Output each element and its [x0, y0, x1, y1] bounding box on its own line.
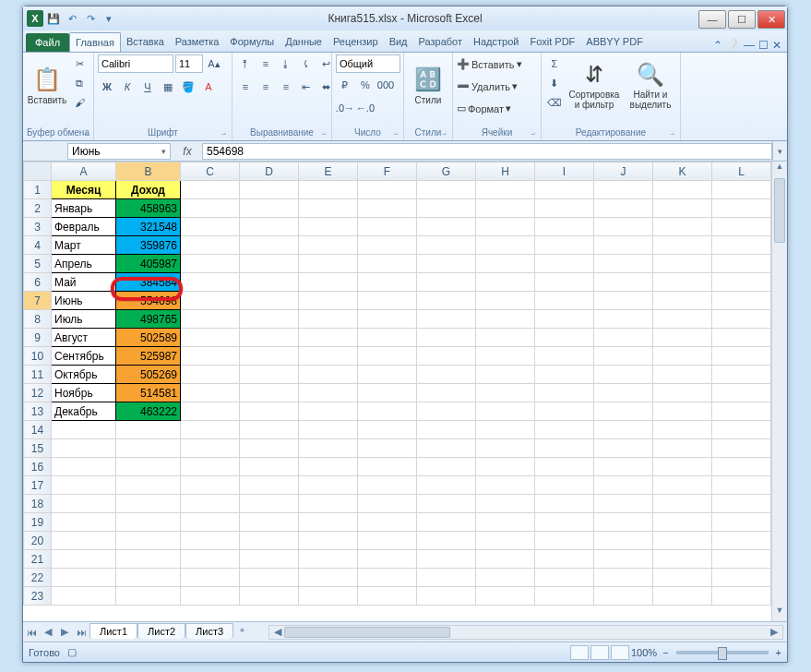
align-center-icon[interactable]: ≡ — [256, 78, 275, 96]
zoom-level[interactable]: 100% — [631, 647, 657, 658]
row-header-2[interactable]: 2 — [24, 199, 52, 218]
align-bottom-icon[interactable]: ⭳ — [277, 54, 295, 73]
row-header-8[interactable]: 8 — [24, 310, 52, 329]
doc-restore-icon[interactable]: ☐ — [758, 39, 769, 52]
cell-A7[interactable]: Июнь — [52, 292, 116, 310]
copy-icon[interactable]: ⧉ — [70, 74, 89, 92]
delete-cells-button[interactable]: ➖Удалить ▾ — [457, 77, 537, 96]
select-all-cell[interactable] — [24, 162, 52, 181]
row-header-22[interactable]: 22 — [24, 569, 52, 587]
cell-A12[interactable]: Ноябрь — [52, 384, 116, 402]
col-header-I[interactable]: I — [535, 162, 594, 181]
cell-B10[interactable]: 525987 — [116, 347, 181, 366]
row-header-17[interactable]: 17 — [24, 476, 52, 495]
col-header-K[interactable]: K — [653, 162, 712, 181]
orientation-icon[interactable]: ⤹ — [297, 54, 316, 73]
italic-icon[interactable]: К — [118, 78, 137, 96]
ribbon-tab-abbyy pdf[interactable]: ABBYY PDF — [580, 32, 649, 52]
row-header-5[interactable]: 5 — [24, 255, 52, 273]
sheet-tab-Лист1[interactable]: Лист1 — [89, 623, 137, 639]
worksheet-area[interactable]: ABCDEFGHIJKL1МесяцДоход2Январь4589633Фев… — [23, 162, 787, 621]
cell-A6[interactable]: Май — [52, 273, 116, 292]
styles-button[interactable]: 🔠Стили — [408, 54, 448, 115]
col-header-L[interactable]: L — [712, 162, 771, 181]
cell-B11[interactable]: 505269 — [116, 366, 181, 384]
ribbon-tab-вид[interactable]: Вид — [384, 32, 413, 52]
cell-B4[interactable]: 359876 — [116, 236, 181, 255]
col-header-J[interactable]: J — [594, 162, 653, 181]
hscroll-thumb[interactable] — [284, 627, 450, 638]
ribbon-tab-рецензир[interactable]: Рецензир — [328, 32, 384, 52]
font-size-select[interactable] — [175, 54, 203, 73]
cell-B9[interactable]: 502589 — [116, 329, 181, 347]
col-header-E[interactable]: E — [299, 162, 358, 181]
paste-button[interactable]: 📋Вставить — [27, 54, 67, 115]
cell-B3[interactable]: 321548 — [116, 218, 181, 236]
vscroll-thumb[interactable] — [774, 178, 785, 243]
doc-minimize-icon[interactable]: — — [744, 39, 755, 52]
format-cells-button[interactable]: ▭Формат ▾ — [457, 99, 537, 118]
cell-B2[interactable]: 458963 — [116, 199, 181, 218]
qat-more-icon[interactable]: ▾ — [101, 10, 117, 27]
page-layout-view-icon[interactable] — [590, 645, 609, 660]
page-break-view-icon[interactable] — [611, 645, 629, 660]
format-painter-icon[interactable]: 🖌 — [70, 93, 89, 112]
ribbon-tab-разработ[interactable]: Разработ — [413, 32, 468, 52]
cell-B8[interactable]: 498765 — [116, 310, 181, 329]
col-header-C[interactable]: C — [181, 162, 240, 181]
ribbon-tab-главная[interactable]: Главная — [69, 32, 121, 52]
number-format-select[interactable] — [336, 54, 400, 73]
cell-A1[interactable]: Месяц — [52, 181, 116, 199]
minimize-button[interactable]: — — [698, 10, 726, 29]
row-header-11[interactable]: 11 — [24, 366, 52, 384]
grow-font-icon[interactable]: A▴ — [205, 54, 223, 73]
underline-icon[interactable]: Ч — [138, 78, 157, 96]
cell-A11[interactable]: Октябрь — [52, 366, 116, 384]
close-button[interactable]: ✕ — [757, 10, 785, 29]
row-header-16[interactable]: 16 — [24, 458, 52, 476]
decrease-indent-icon[interactable]: ⇤ — [297, 78, 316, 96]
row-header-18[interactable]: 18 — [24, 495, 52, 513]
sheet-nav-first-icon[interactable]: ⏮ — [23, 627, 40, 638]
clear-icon[interactable]: ⌫ — [545, 93, 564, 112]
border-icon[interactable]: ▦ — [159, 78, 177, 96]
cut-icon[interactable]: ✂ — [70, 54, 89, 73]
save-icon[interactable]: 💾 — [45, 10, 62, 27]
cell-B13[interactable]: 463222 — [116, 402, 181, 421]
ribbon-tab-foxit pdf[interactable]: Foxit PDF — [524, 32, 580, 52]
cell-B12[interactable]: 514581 — [116, 384, 181, 402]
align-left-icon[interactable]: ≡ — [236, 78, 255, 96]
sheet-nav-prev-icon[interactable]: ◀ — [40, 626, 56, 638]
cell-A10[interactable]: Сентябрь — [52, 347, 116, 366]
row-header-3[interactable]: 3 — [24, 218, 52, 236]
row-header-14[interactable]: 14 — [24, 421, 52, 439]
ribbon-tab-данные[interactable]: Данные — [280, 32, 328, 52]
col-header-G[interactable]: G — [417, 162, 476, 181]
name-box[interactable]: Июнь — [67, 143, 171, 160]
scroll-right-icon[interactable]: ▶ — [766, 626, 782, 638]
horizontal-scrollbar[interactable]: ◀ ▶ — [268, 625, 783, 640]
vertical-scrollbar[interactable]: ▲ ▼ — [771, 162, 787, 621]
sheet-tab-Лист3[interactable]: Лист3 — [185, 623, 233, 639]
ribbon-tab-формулы[interactable]: Формулы — [224, 32, 280, 52]
sheet-nav-next-icon[interactable]: ▶ — [56, 626, 73, 638]
normal-view-icon[interactable] — [570, 645, 589, 660]
font-color-icon[interactable]: A — [199, 78, 218, 96]
cell-A9[interactable]: Август — [52, 329, 116, 347]
row-header-23[interactable]: 23 — [24, 587, 52, 606]
maximize-button[interactable]: ☐ — [728, 10, 756, 29]
file-tab[interactable]: Файл — [26, 33, 69, 52]
percent-icon[interactable]: % — [356, 76, 375, 94]
cell-A2[interactable]: Январь — [52, 199, 116, 218]
row-header-10[interactable]: 10 — [24, 347, 52, 366]
ribbon-tab-надстрой[interactable]: Надстрой — [468, 32, 524, 52]
row-header-9[interactable]: 9 — [24, 329, 52, 347]
row-header-12[interactable]: 12 — [24, 384, 52, 402]
align-right-icon[interactable]: ≡ — [277, 78, 295, 96]
row-header-21[interactable]: 21 — [24, 550, 52, 569]
cell-B5[interactable]: 405987 — [116, 255, 181, 273]
col-header-H[interactable]: H — [476, 162, 535, 181]
undo-icon[interactable]: ↶ — [64, 10, 80, 27]
col-header-B[interactable]: B — [116, 162, 181, 181]
bold-icon[interactable]: Ж — [98, 78, 116, 96]
